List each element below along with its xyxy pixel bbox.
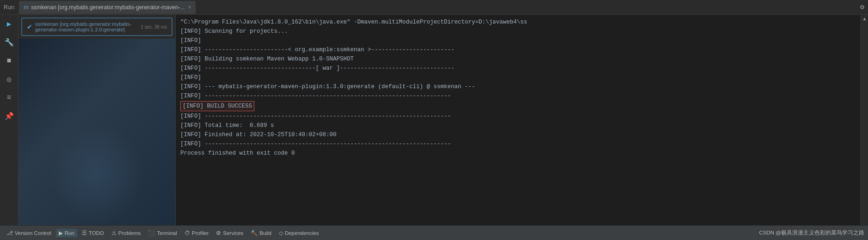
top-bar-right: ⚙ bbox=[860, 3, 864, 12]
scroll-up-icon[interactable]: ▲ bbox=[863, 17, 866, 22]
bg-overlay bbox=[18, 39, 175, 225]
console-line: Process finished with exit code 0 bbox=[180, 149, 856, 158]
console-line: [INFO] bbox=[180, 36, 856, 45]
settings-icon[interactable]: ⚙ bbox=[860, 3, 864, 12]
console-line: [INFO] Finished at: 2022-10-25T10:40:02+… bbox=[180, 130, 856, 139]
terminal-label: Terminal bbox=[157, 230, 177, 236]
bottom-run[interactable]: ▶Run bbox=[56, 229, 77, 237]
right-scroll-panel: ▲ bbox=[861, 15, 868, 225]
services-icon: ⚙ bbox=[216, 230, 221, 236]
console-line: [INFO] ---------------------------------… bbox=[180, 139, 856, 149]
run-tab[interactable]: m ssmkenan [org.mybatis.generator:mybati… bbox=[19, 1, 196, 14]
build-icon: 🔨 bbox=[251, 230, 258, 236]
bottom-right-watermark: CSDN @极具浪漫主义色彩的菜鸟学习之路 bbox=[759, 229, 864, 236]
profiler-icon: ⏱ bbox=[185, 230, 190, 236]
console-line: [INFO] bbox=[180, 73, 856, 82]
todo-icon: ☰ bbox=[82, 230, 87, 236]
problems-label: Problems bbox=[118, 230, 141, 236]
sidebar-pin-icon[interactable]: 📌 bbox=[2, 111, 16, 122]
tab-close-button[interactable]: × bbox=[188, 5, 191, 10]
console-output[interactable]: "C:\Program Files\Java\jdk1.8.0_162\bin\… bbox=[176, 15, 861, 225]
background-panel bbox=[18, 39, 175, 225]
console-line: [INFO] Building ssmkenan Maven Webapp 1.… bbox=[180, 54, 856, 64]
check-icon: ✔ bbox=[27, 23, 32, 30]
bottom-problems[interactable]: ⚠Problems bbox=[109, 229, 144, 237]
version-control-icon: ⎇ bbox=[6, 230, 13, 236]
console-line: "C:\Program Files\Java\jdk1.8.0_162\bin\… bbox=[180, 18, 856, 27]
bottom-dependencies[interactable]: ◇Dependencies bbox=[276, 229, 322, 237]
bottom-status-bar: ⎇Version Control▶Run☰TODO⚠Problems⬛Termi… bbox=[0, 225, 868, 240]
build-success-line: [INFO] BUILD SUCCESS bbox=[180, 101, 856, 111]
build-label: Build bbox=[259, 230, 271, 236]
console-line: [INFO] --- mybatis-generator-maven-plugi… bbox=[180, 82, 856, 91]
bottom-version-control[interactable]: ⎇Version Control bbox=[4, 229, 54, 237]
version-control-label: Version Control bbox=[15, 230, 51, 236]
run-icon: ▶ bbox=[59, 230, 63, 236]
sidebar-stop-icon[interactable]: ■ bbox=[2, 55, 16, 66]
run-panel-left: ✔ ssmkenan [org.mybatis.generator:mybati… bbox=[18, 15, 176, 225]
profiler-label: Profiler bbox=[192, 230, 209, 236]
bottom-profiler[interactable]: ⏱Profiler bbox=[182, 229, 211, 237]
console-line: [INFO] ---------------------------------… bbox=[180, 112, 856, 121]
main-area: ▶ 🔧 ■ ◎ ≡ 📌 ✔ ssmkenan [org.mybatis.gene… bbox=[0, 15, 868, 225]
tab-title: ssmkenan [org.mybatis.generator:mybatis-… bbox=[31, 4, 185, 11]
services-label: Services bbox=[223, 230, 243, 236]
run-list-item[interactable]: ✔ ssmkenan [org.mybatis.generator:mybati… bbox=[21, 18, 172, 36]
left-sidebar: ▶ 🔧 ■ ◎ ≡ 📌 bbox=[0, 15, 18, 225]
run-label: Run bbox=[65, 230, 74, 236]
sidebar-run-icon[interactable]: ▶ bbox=[2, 18, 16, 30]
sidebar-list-icon[interactable]: ≡ bbox=[2, 92, 16, 103]
sidebar-eye-icon[interactable]: ◎ bbox=[2, 74, 16, 85]
dependencies-label: Dependencies bbox=[285, 230, 319, 236]
run-label: Run: bbox=[4, 4, 15, 11]
bottom-services[interactable]: ⚙Services bbox=[213, 229, 246, 237]
bottom-build[interactable]: 🔨Build bbox=[248, 229, 274, 237]
bottom-todo[interactable]: ☰TODO bbox=[79, 229, 107, 237]
console-line: [INFO] Total time: 0.689 s bbox=[180, 121, 856, 130]
console-line: [INFO] Scanning for projects... bbox=[180, 27, 856, 36]
terminal-icon: ⬛ bbox=[148, 230, 155, 236]
bottom-terminal[interactable]: ⬛Terminal bbox=[145, 229, 179, 237]
sidebar-wrench-icon[interactable]: 🔧 bbox=[2, 37, 16, 48]
tab-run-icon: m bbox=[24, 4, 29, 11]
top-tab-bar: Run: m ssmkenan [org.mybatis.generator:m… bbox=[0, 0, 868, 15]
console-line: [INFO] ------------------------< org.exa… bbox=[180, 45, 856, 54]
console-line: [INFO] ---------------------------------… bbox=[180, 91, 856, 101]
dependencies-icon: ◇ bbox=[279, 230, 283, 236]
run-item-name: ssmkenan [org.mybatis.generator:mybatis-… bbox=[35, 21, 138, 32]
console-line: [INFO] --------------------------------[… bbox=[180, 64, 856, 73]
problems-icon: ⚠ bbox=[111, 230, 117, 236]
todo-label: TODO bbox=[89, 230, 104, 236]
run-item-time: 2 sec, 38 ms bbox=[141, 24, 167, 30]
